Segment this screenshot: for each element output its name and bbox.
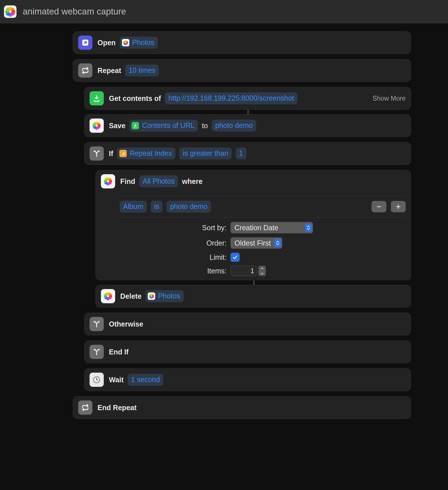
items-label: Items: <box>120 267 231 275</box>
limit-label: Limit: <box>120 253 231 261</box>
show-more-button[interactable]: Show More <box>373 95 406 102</box>
action-save[interactable]: Save Contents of URL to photo demo <box>84 114 411 137</box>
order-label: Order: <box>120 239 231 247</box>
limit-checkbox[interactable] <box>231 253 240 262</box>
delete-var-token[interactable]: Photos <box>146 290 184 302</box>
end-repeat-label: End Repeat <box>98 404 137 412</box>
find-where-label: where <box>182 177 202 186</box>
find-criteria-row: Album is photo demo <box>120 196 406 217</box>
end-if-label: End If <box>109 348 128 356</box>
workflow-title: animated webcam capture <box>23 7 126 17</box>
get-url-label: Get contents of <box>109 94 161 103</box>
action-open-app[interactable]: Open Photos <box>73 31 411 54</box>
open-app-name: Photos <box>132 38 154 47</box>
sort-by-value: Creation Date <box>235 224 278 232</box>
delete-label: Delete <box>120 292 142 300</box>
photos-icon <box>101 174 115 188</box>
titlebar: animated webcam capture <box>0 0 448 23</box>
workflow-app-icon <box>4 5 16 18</box>
remove-criteria-button[interactable] <box>372 201 386 212</box>
save-var-token[interactable]: Contents of URL <box>129 120 198 132</box>
criteria-field-token[interactable]: Album <box>120 201 147 213</box>
repeat-icon <box>78 63 92 78</box>
branch-icon <box>90 345 104 359</box>
branch-icon <box>90 317 104 331</box>
select-arrows-icon <box>305 223 312 232</box>
stepper-up-icon[interactable] <box>258 266 266 271</box>
find-scope-token[interactable]: All Photos <box>139 175 178 187</box>
save-var-name: Contents of URL <box>142 121 194 130</box>
if-var-name: Repeat Index <box>130 149 172 157</box>
action-otherwise[interactable]: Otherwise <box>84 313 411 335</box>
clock-icon <box>90 373 104 387</box>
photos-app-icon <box>148 292 155 300</box>
add-criteria-button[interactable] <box>391 201 406 212</box>
if-var-token[interactable]: x Repeat Index <box>117 148 175 159</box>
wait-duration-token[interactable]: 1 second <box>128 374 163 386</box>
repeat-count-token[interactable]: 10 times <box>125 65 159 76</box>
stepper-down-icon[interactable] <box>258 271 266 276</box>
otherwise-label: Otherwise <box>109 320 143 328</box>
save-label: Save <box>109 122 125 130</box>
photos-icon <box>101 289 115 303</box>
variable-x-icon: x <box>119 150 127 157</box>
save-to-label: to <box>202 122 208 130</box>
wait-label: Wait <box>109 376 124 384</box>
repeat-icon <box>78 400 92 415</box>
if-op-token[interactable]: is greater than <box>179 148 232 159</box>
action-end-repeat[interactable]: End Repeat <box>73 396 411 419</box>
sort-by-label: Sort by: <box>120 224 231 232</box>
criteria-op-token[interactable]: is <box>151 201 163 213</box>
action-delete-photos[interactable]: Delete Photos <box>96 285 411 308</box>
if-label: If <box>109 150 113 158</box>
action-wait[interactable]: Wait 1 second <box>84 368 411 391</box>
action-repeat[interactable]: Repeat 10 times <box>73 59 411 82</box>
save-album-token[interactable]: photo demo <box>212 120 256 132</box>
branch-icon <box>90 146 104 161</box>
photos-app-icon <box>122 39 129 46</box>
delete-var-name: Photos <box>158 292 180 300</box>
open-label: Open <box>98 39 116 47</box>
find-label: Find <box>120 177 135 186</box>
repeat-label: Repeat <box>98 67 121 75</box>
sort-by-select[interactable]: Creation Date <box>231 222 313 233</box>
download-small-icon <box>132 122 139 129</box>
open-app-token[interactable]: Photos <box>120 37 158 49</box>
select-arrows-icon <box>274 239 281 247</box>
action-find-photos[interactable]: Find All Photos where Album is photo dem… <box>96 170 411 280</box>
photos-icon <box>90 119 104 133</box>
action-if[interactable]: If x Repeat Index is greater than 1 <box>84 142 411 165</box>
action-end-if[interactable]: End If <box>84 340 411 363</box>
open-icon <box>78 36 92 50</box>
order-select[interactable]: Oldest First <box>231 237 282 249</box>
order-value: Oldest First <box>235 239 271 247</box>
items-input[interactable] <box>231 266 257 276</box>
if-val-token[interactable]: 1 <box>236 148 246 159</box>
get-url-token[interactable]: http://192.168.199.225:8000/screenshot <box>165 92 297 104</box>
action-get-url[interactable]: Get contents of http://192.168.199.225:8… <box>84 87 411 110</box>
workflow-canvas: Open Photos Repeat 10 times <box>0 23 448 436</box>
criteria-value-token[interactable]: photo demo <box>167 201 211 213</box>
download-icon <box>90 91 104 105</box>
items-stepper[interactable] <box>258 266 266 276</box>
